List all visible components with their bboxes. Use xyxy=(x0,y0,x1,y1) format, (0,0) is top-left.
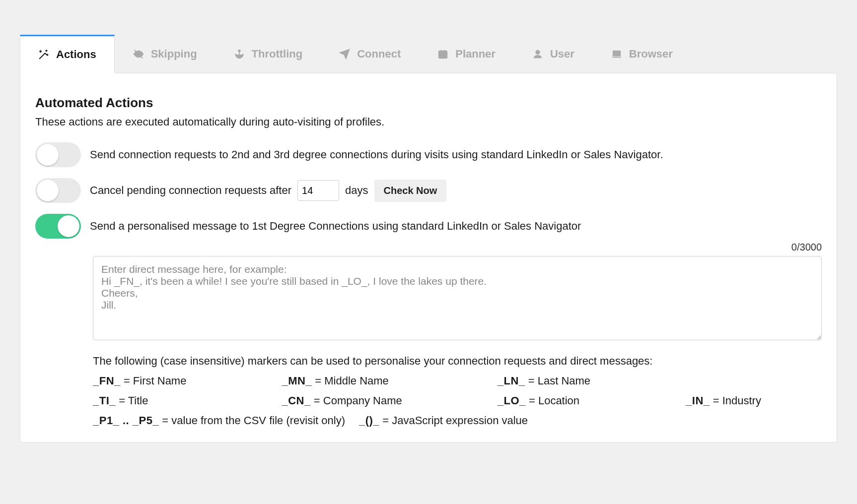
label-send-connection: Send connection requests to 2nd and 3rd … xyxy=(90,147,663,162)
user-icon xyxy=(532,49,543,60)
markers-grid: _FN_ = First Name_MN_ = Middle Name_LN_ … xyxy=(93,375,822,427)
marker-item: _CN_ = Company Name xyxy=(282,394,462,407)
tabs-bar: ActionsSkippingThrottlingConnectPlannerU… xyxy=(20,35,837,73)
check-now-button[interactable]: Check Now xyxy=(374,180,447,202)
actions-panel: Automated Actions These actions are exec… xyxy=(20,73,837,442)
svg-rect-6 xyxy=(439,51,447,59)
svg-point-13 xyxy=(536,51,539,54)
send-icon xyxy=(339,49,350,60)
tab-label: Browser xyxy=(629,48,673,61)
eye-off-icon xyxy=(133,49,144,60)
markers-intro: The following (case insensitive) markers… xyxy=(93,355,822,368)
tab-planner[interactable]: Planner xyxy=(419,35,514,73)
label-send-message: Send a personalised message to 1st Degre… xyxy=(90,219,581,234)
laptop-icon xyxy=(611,49,622,60)
marker-item: _MN_ = Middle Name xyxy=(282,375,462,387)
marker-item: _LN_ = Last Name xyxy=(498,375,651,387)
label-cancel-after: days xyxy=(345,183,368,198)
direct-message-textarea[interactable] xyxy=(93,256,822,340)
char-counter: 0/3000 xyxy=(93,242,822,253)
tab-actions[interactable]: Actions xyxy=(20,35,115,73)
marker-item: _LO_ = Location xyxy=(498,394,651,407)
tab-label: Actions xyxy=(56,48,96,61)
toggle-send-message[interactable] xyxy=(35,214,81,239)
marker-item xyxy=(686,375,822,387)
days-input[interactable] xyxy=(297,180,339,201)
row-cancel-pending: Cancel pending connection requests after… xyxy=(35,178,822,203)
label-cancel-before: Cancel pending connection requests after xyxy=(90,183,291,198)
tab-skipping[interactable]: Skipping xyxy=(115,35,215,73)
section-title: Automated Actions xyxy=(35,95,822,111)
marker-item: _FN_ = First Name xyxy=(93,375,247,387)
anchor-icon xyxy=(234,49,245,60)
marker-item: _TI_ = Title xyxy=(93,394,247,407)
tab-user[interactable]: User xyxy=(514,35,593,73)
marker-extra-row: _P1_ .. _P5_ = value from the CSV file (… xyxy=(93,414,822,427)
section-subtitle: These actions are executed automatically… xyxy=(35,116,822,128)
svg-point-2 xyxy=(238,50,240,52)
marker-item: _IN_ = Industry xyxy=(686,394,822,407)
tab-label: Connect xyxy=(357,48,401,61)
toggle-cancel-pending[interactable] xyxy=(35,178,81,203)
marker-item: _()_ = JavaScript expression value xyxy=(359,414,528,427)
wand-icon xyxy=(38,49,49,60)
tab-label: User xyxy=(550,48,574,61)
tab-browser[interactable]: Browser xyxy=(593,35,691,73)
tab-connect[interactable]: Connect xyxy=(321,35,419,73)
tab-label: Planner xyxy=(455,48,496,61)
marker-item: _P1_ .. _P5_ = value from the CSV file (… xyxy=(93,414,345,427)
tab-label: Skipping xyxy=(151,48,197,61)
toggle-send-connection[interactable] xyxy=(35,142,81,167)
row-send-message: Send a personalised message to 1st Degre… xyxy=(35,214,822,239)
svg-rect-14 xyxy=(613,51,621,56)
tab-label: Throttling xyxy=(252,48,303,61)
calendar-icon xyxy=(437,49,448,60)
tab-throttling[interactable]: Throttling xyxy=(215,35,321,73)
row-send-connection: Send connection requests to 2nd and 3rd … xyxy=(35,142,822,167)
